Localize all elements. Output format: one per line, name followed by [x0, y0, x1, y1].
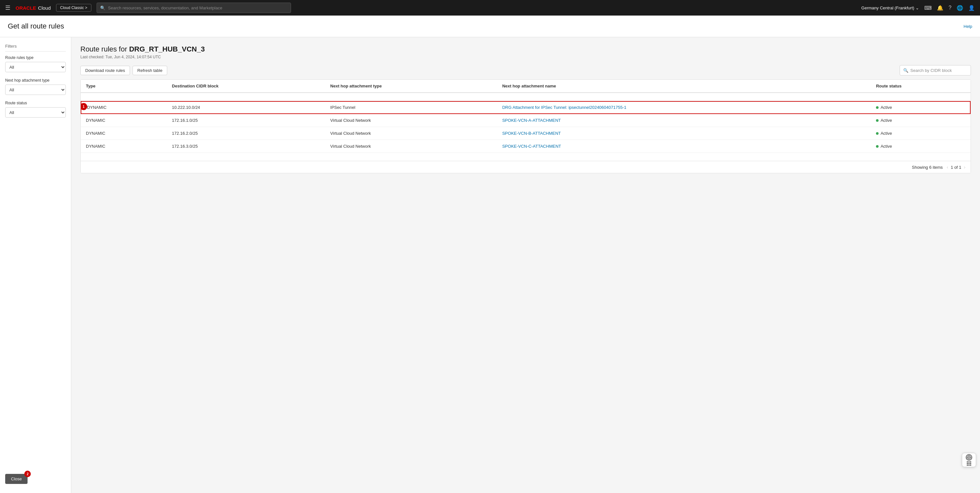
status-dot-active	[876, 119, 878, 122]
cell-status: Active	[871, 114, 970, 127]
filters-sidebar: Filters Route rules type All Next hop at…	[0, 37, 71, 493]
cloud-classic-button[interactable]: Cloud Classic >	[56, 4, 92, 12]
route-rules-table: Type Destination CIDR block Next hop att…	[81, 80, 970, 161]
global-search-input[interactable]	[108, 5, 288, 10]
route-table-name: DRG_RT_HUB_VCN_3	[129, 45, 205, 53]
next-hop-type-label: Next hop attachment type	[5, 78, 66, 82]
status-dot-active	[876, 145, 878, 148]
oracle-wordmark: ORACLE	[16, 5, 36, 11]
cell-type: DYNAMIC	[81, 114, 167, 127]
cloud-wordmark: Cloud	[38, 5, 51, 11]
route-status-select[interactable]: All	[5, 107, 66, 117]
next-hop-type-select[interactable]: All	[5, 84, 66, 95]
cell-cidr: 172.16.2.0/25	[167, 127, 325, 140]
col-next-hop-name: Next hop attachment name	[497, 80, 871, 93]
top-navigation: ☰ ORACLE Cloud Cloud Classic > 🔍 Germany…	[0, 0, 980, 16]
step-badge-1: 1	[80, 103, 87, 110]
pagination-controls: ‹ 1 of 1 ›	[947, 165, 966, 170]
next-hop-link[interactable]: SPOKE-VCN-C-ATTACHMENT	[502, 144, 561, 149]
cell-cidr: 172.16.3.0/25	[167, 140, 325, 153]
svg-point-1	[968, 457, 970, 458]
cell-cidr: 10.222.10.0/24	[167, 101, 325, 114]
global-search-container: 🔍	[97, 3, 291, 13]
last-checked-text: Last checked: Tue, Jun 4, 2024, 14:07:54…	[80, 55, 971, 59]
col-cidr: Destination CIDR block	[167, 80, 325, 93]
user-avatar-icon[interactable]: 👤	[968, 5, 975, 11]
cidr-search-container: 🔍	[900, 65, 971, 76]
oracle-logo: ORACLE Cloud	[16, 5, 51, 11]
cell-next-hop-type: Virtual Cloud Network	[325, 127, 497, 140]
table-spacer-row	[81, 93, 970, 101]
cell-status: Active	[871, 140, 970, 153]
cell-next-hop-type: Virtual Cloud Network	[325, 114, 497, 127]
content-area: Route rules for DRG_RT_HUB_VCN_3 Last ch…	[71, 37, 980, 493]
cell-status: Active	[871, 101, 970, 114]
toolbar-buttons: Download route rules Refresh table	[80, 66, 167, 75]
cidr-search-input[interactable]	[910, 68, 967, 73]
next-page-icon[interactable]: ›	[964, 165, 966, 170]
cell-type: 1 DYNAMIC	[81, 101, 167, 114]
next-hop-link[interactable]: SPOKE-VCN-A-ATTACHMENT	[502, 118, 561, 123]
table-row: DYNAMIC 172.16.2.0/25 Virtual Cloud Netw…	[81, 127, 970, 140]
lifebuoy-icon	[967, 455, 971, 460]
route-rules-heading: Route rules for DRG_RT_HUB_VCN_3 Last ch…	[80, 45, 971, 59]
route-rules-table-container: Type Destination CIDR block Next hop att…	[80, 79, 971, 173]
status-dot-active	[876, 132, 878, 135]
status-label: Active	[880, 131, 892, 136]
menu-icon[interactable]: ☰	[5, 4, 10, 11]
region-chevron-icon: ⌄	[915, 5, 919, 10]
cidr-search-icon: 🔍	[903, 68, 908, 73]
route-rules-type-filter: Route rules type All	[5, 55, 66, 72]
col-next-hop-type: Next hop attachment type	[325, 80, 497, 93]
table-row: DYNAMIC 172.16.3.0/25 Virtual Cloud Netw…	[81, 140, 970, 153]
cell-next-hop-type: IPSec Tunnel	[325, 101, 497, 114]
table-footer: Showing 6 items ‹ 1 of 1 ›	[81, 161, 970, 173]
route-rules-title: Route rules for DRG_RT_HUB_VCN_3	[80, 45, 971, 54]
page-title: Get all route rules	[8, 22, 64, 30]
region-label: Germany Central (Frankfurt)	[861, 5, 914, 10]
topnav-right-section: Germany Central (Frankfurt) ⌄ ⌨ 🔔 ? 🌐 👤	[861, 5, 975, 11]
notifications-icon[interactable]: 🔔	[937, 5, 943, 11]
refresh-table-button[interactable]: Refresh table	[132, 66, 167, 75]
status-label: Active	[880, 118, 892, 123]
next-hop-link[interactable]: SPOKE-VCN-B-ATTACHMENT	[502, 131, 561, 136]
language-icon[interactable]: 🌐	[957, 5, 963, 11]
region-selector[interactable]: Germany Central (Frankfurt) ⌄	[861, 5, 919, 10]
help-icon[interactable]: ?	[948, 5, 951, 11]
cell-type: DYNAMIC	[81, 127, 167, 140]
next-hop-link[interactable]: DRG Attachment for IPSec Tunnel: ipsectu…	[502, 105, 627, 110]
cell-next-hop-name: DRG Attachment for IPSec Tunnel: ipsectu…	[497, 101, 871, 114]
cell-next-hop-name: SPOKE-VCN-B-ATTACHMENT	[497, 127, 871, 140]
table-row: 1 DYNAMIC 10.222.10.0/24 IPSec Tunnel DR…	[81, 101, 970, 114]
developer-tools-icon[interactable]: ⌨	[924, 5, 932, 11]
download-route-rules-button[interactable]: Download route rules	[80, 66, 130, 75]
page-indicator: 1 of 1	[951, 165, 961, 170]
route-status-label: Route status	[5, 101, 66, 105]
status-dot-active	[876, 106, 878, 109]
next-hop-type-filter: Next hop attachment type All	[5, 78, 66, 95]
status-label: Active	[880, 144, 892, 149]
close-button-area: 2 Close	[5, 474, 27, 484]
table-header-row: Type Destination CIDR block Next hop att…	[81, 80, 970, 93]
route-rules-type-label: Route rules type	[5, 55, 66, 60]
page-header: Get all route rules Help	[0, 16, 980, 37]
route-status-filter: Route status All	[5, 101, 66, 117]
cell-next-hop-name: SPOKE-VCN-A-ATTACHMENT	[497, 114, 871, 127]
help-ring-icon	[966, 454, 972, 461]
route-rules-type-select[interactable]: All	[5, 62, 66, 72]
grid-icon	[967, 461, 971, 466]
search-icon: 🔍	[100, 5, 105, 10]
prev-page-icon[interactable]: ‹	[947, 165, 948, 170]
close-button[interactable]: Close	[5, 474, 27, 484]
table-spacer-bottom	[81, 153, 970, 161]
col-route-status: Route status	[871, 80, 970, 93]
main-layout: Filters Route rules type All Next hop at…	[0, 37, 980, 493]
status-label: Active	[880, 105, 892, 110]
cell-cidr: 172.16.1.0/25	[167, 114, 325, 127]
help-link[interactable]: Help	[964, 24, 972, 29]
col-type: Type	[81, 80, 167, 93]
filters-label: Filters	[5, 44, 66, 51]
route-rules-prefix: Route rules for	[80, 45, 129, 53]
floating-help-widget[interactable]	[962, 453, 976, 467]
cell-next-hop-name: SPOKE-VCN-C-ATTACHMENT	[497, 140, 871, 153]
